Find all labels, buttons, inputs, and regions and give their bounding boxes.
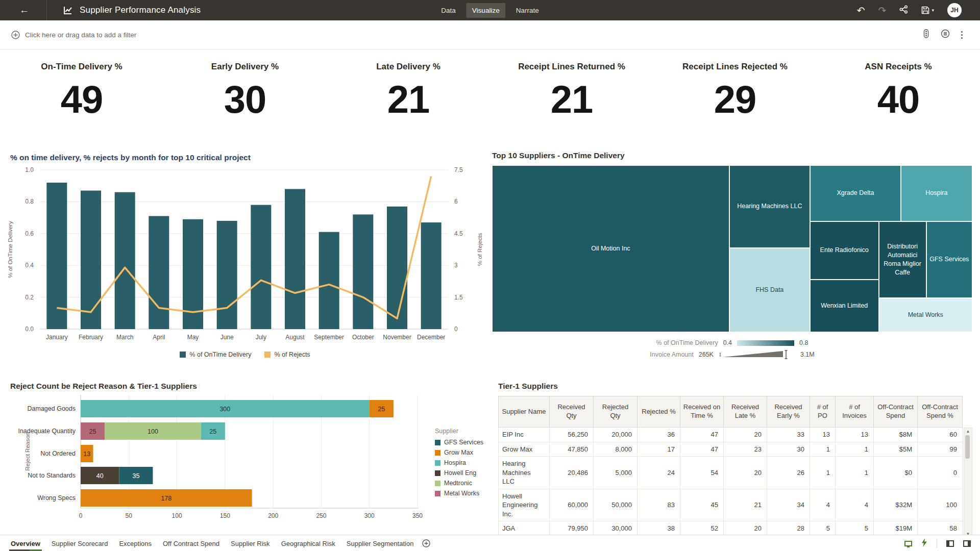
treemap-tile[interactable]: Ente Radiofonico [810,221,879,280]
value-cell[interactable]: $8M [874,428,918,442]
save-caret-icon[interactable]: ▾ [932,8,934,13]
canvas-tab-supplier-risk[interactable]: Supplier Risk [225,536,276,551]
bar-July[interactable] [251,205,271,329]
treemap-tile[interactable]: Wenxian Limited [810,280,879,332]
value-cell[interactable]: 99 [918,442,963,457]
supplier-name-cell[interactable]: Howell Engineering Inc. [499,489,550,521]
add-canvas-icon[interactable] [422,539,430,547]
value-cell[interactable]: 60 [918,428,963,442]
value-cell[interactable]: 1 [836,442,874,457]
present-mode-icon[interactable] [904,541,912,546]
treemap-tile[interactable]: Distributori Automatici Roma Miglior Caf… [879,221,926,298]
supplier-name-cell[interactable]: EIP Inc [499,428,550,442]
kebab-menu-icon[interactable] [961,31,963,39]
value-cell[interactable]: 21 [724,489,767,521]
bar-March[interactable] [115,192,135,329]
mode-tab-narrate[interactable]: Narrate [510,3,545,18]
value-cell[interactable]: 5 [836,521,874,536]
bar-October[interactable] [353,214,373,329]
treemap-tile[interactable]: Xgrade Delta [810,165,901,221]
value-cell[interactable]: 13 [836,428,874,442]
table-row[interactable]: Grow Max47,8508,0001747233011$5M99 [499,442,963,457]
save-button[interactable]: ▾ [921,6,934,14]
value-cell[interactable]: 79,950 [550,521,594,536]
column-header[interactable]: Received on Time % [680,396,724,428]
supplier-legend-item[interactable]: Medtronic [435,480,483,487]
auto-insights-icon[interactable] [921,538,927,549]
treemap-tile[interactable]: Metal Works [879,298,972,332]
supplier-name-cell[interactable]: JGA [499,521,550,536]
scroll-up-icon[interactable]: ▲ [966,429,970,434]
value-cell[interactable]: 0 [918,457,963,489]
column-header[interactable]: Supplier Name [499,396,550,428]
value-cell[interactable]: 20 [724,457,767,489]
kpi-tile[interactable]: On-Time Delivery %49 [0,49,163,149]
column-header[interactable]: Received Early % [767,396,810,428]
value-cell[interactable]: $19M [874,521,918,536]
stacked-bar-svg[interactable]: 050100150200250300350Reject ReasonDamage… [4,391,490,529]
column-header[interactable]: Off-Contract Spend [874,396,918,428]
undo-icon[interactable]: ↶ [857,5,865,16]
value-cell[interactable]: 5 [810,521,836,536]
value-cell[interactable]: 20 [724,428,767,442]
bar-April[interactable] [149,216,169,329]
value-cell[interactable]: 17 [638,442,680,457]
kpi-tile[interactable]: ASN Receipts %40 [817,49,980,149]
column-header[interactable]: Off-Contract Spend % [918,396,963,428]
bar-September[interactable] [319,232,339,329]
value-cell[interactable]: 23 [724,442,767,457]
value-cell[interactable]: 1 [810,457,836,489]
combo-chart-svg[interactable]: 1.00.80.60.40.20.07.564.531.50% of OnTim… [0,162,490,346]
value-cell[interactable]: 33 [767,428,810,442]
kpi-tile[interactable]: Receipt Lines Rejected %29 [653,49,817,149]
column-header[interactable]: # of Invoices [836,396,874,428]
value-cell[interactable]: 26 [767,457,810,489]
column-header[interactable]: # of PO [810,396,836,428]
supplier-legend-item[interactable]: Howell Eng [435,469,483,477]
canvas-tab-overview[interactable]: Overview [5,536,46,551]
avatar[interactable]: JH [947,3,962,17]
column-header[interactable]: Received Qty [550,396,594,428]
kpi-tile[interactable]: Receipt Lines Returned %21 [490,49,653,149]
value-cell[interactable]: 47 [680,428,724,442]
treemap-tile[interactable]: FHS Data [729,248,810,332]
add-filter-prompt[interactable]: Click here or drag data to add a filter [11,31,136,39]
canvas-tab-supplier-scorecard[interactable]: Supplier Scorecard [46,536,114,551]
table-row[interactable]: EIP Inc56,25020,000364720331313$8M60 [499,428,963,442]
value-cell[interactable]: 47,850 [550,442,594,457]
value-cell[interactable]: 20 [724,521,767,536]
mode-tab-data[interactable]: Data [435,3,462,18]
canvas-properties-icon[interactable] [941,29,950,40]
bar-February[interactable] [81,191,101,329]
table-row[interactable]: JGA79,95030,0003852202855$19M58 [499,521,963,536]
supplier-legend-item[interactable]: GFS Services [435,439,483,446]
column-header[interactable]: Rejected Qty [594,396,638,428]
supplier-name-cell[interactable]: Hearing Machines LLC [499,457,550,489]
value-cell[interactable]: 50,000 [594,489,638,521]
table-row[interactable]: Hearing Machines LLC20,4865,000245420261… [499,457,963,489]
share-icon[interactable] [899,5,908,16]
treemap-tile[interactable]: Hearing Machines LLC [729,165,810,248]
bar-December[interactable] [421,222,442,329]
value-cell[interactable]: $0 [874,457,918,489]
table-scrollbar[interactable]: ▲ ▼ [964,428,972,538]
value-cell[interactable]: $32M [874,489,918,521]
value-cell[interactable]: 8,000 [594,442,638,457]
supplier-legend-item[interactable]: Grow Max [435,449,483,456]
value-cell[interactable]: 100 [918,489,963,521]
treemap-tile[interactable]: GFS Services [926,221,972,298]
treemap-tile[interactable]: Hospira [901,165,972,221]
supplier-name-cell[interactable]: Grow Max [499,442,550,457]
value-cell[interactable]: 1 [836,457,874,489]
column-header[interactable]: Rejected % [638,396,680,428]
value-cell[interactable]: 20,000 [594,428,638,442]
value-cell[interactable]: 28 [767,521,810,536]
value-cell[interactable]: 45 [680,489,724,521]
value-cell[interactable]: 20,486 [550,457,594,489]
value-cell[interactable]: 30 [767,442,810,457]
value-cell[interactable]: 13 [810,428,836,442]
mode-tab-visualize[interactable]: Visualize [466,3,506,18]
kpi-tile[interactable]: Late Delivery %21 [327,49,490,149]
value-cell[interactable]: 54 [680,457,724,489]
bar-November[interactable] [387,207,407,329]
